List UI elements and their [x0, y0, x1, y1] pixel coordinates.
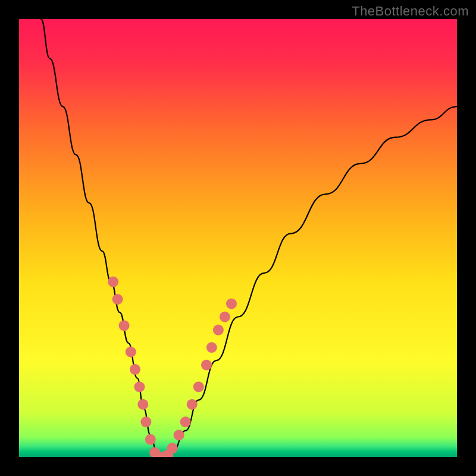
chart-canvas	[19, 19, 457, 457]
scatter-dot	[206, 342, 217, 353]
scatter-dot	[201, 359, 212, 370]
gradient-background	[19, 19, 457, 457]
scatter-dot	[126, 346, 136, 357]
plot-frame	[19, 19, 457, 457]
scatter-dot	[213, 325, 224, 336]
watermark-text: TheBottleneck.com	[352, 4, 469, 19]
scatter-dot	[174, 430, 184, 440]
scatter-dot	[134, 381, 145, 392]
scatter-dot	[145, 434, 156, 445]
scatter-dot	[140, 416, 151, 427]
scatter-dot	[108, 277, 118, 287]
scatter-dot	[226, 298, 237, 309]
scatter-dot	[220, 312, 230, 322]
scatter-dot	[180, 416, 191, 427]
scatter-dot	[112, 294, 123, 305]
scatter-dot	[130, 364, 140, 375]
scatter-dot	[119, 320, 130, 331]
scatter-dot	[137, 399, 148, 410]
scatter-dot	[193, 381, 204, 392]
scatter-dot	[167, 443, 178, 453]
scatter-dot	[187, 399, 198, 410]
